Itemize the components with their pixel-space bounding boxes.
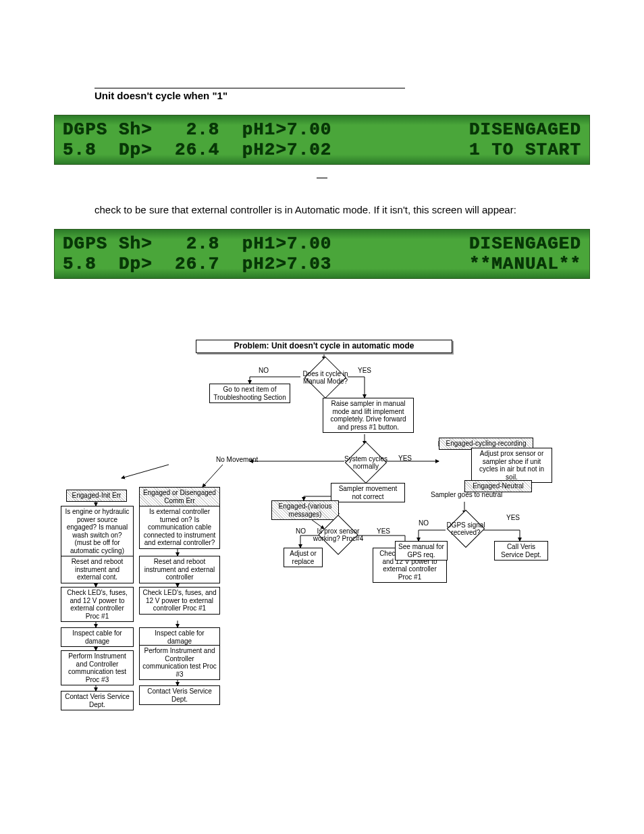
check-led-2-box: Check LED's, fuses, and 12 V power to ex…: [139, 587, 220, 615]
label-yes: YES: [358, 367, 371, 375]
decision-cycle-manual: Does it cycle in Manual Mode?: [304, 357, 346, 398]
sampler-not-correct-box: Sampler movement not correct: [331, 483, 405, 502]
reset-reboot-ctrl-box: Reset and reboot instrument and external…: [139, 556, 220, 583]
engaged-comm-box: Engaged or Disengaged Comm Err: [139, 487, 220, 506]
inspect-cable-2-box: Inspect cable for damage: [139, 627, 220, 647]
goto-next-box: Go to next item of Troubleshooting Secti…: [209, 384, 290, 403]
contact-veris-1-box: Contact Veris Service Dept.: [61, 691, 134, 710]
adjust-prox-air-box: Adjust prox sensor or sampler shoe if un…: [471, 448, 552, 483]
lcd-screen-2: DGPS Sh> 2.8 pH1>7.00 5.8 Dp> 26.7 pH2>7…: [54, 229, 590, 279]
inspect-cable-1-box: Inspect cable for damage: [61, 627, 134, 647]
label-no-prox: NO: [296, 527, 306, 536]
dash-separator: —: [54, 172, 590, 184]
raise-sampler-box: Raise sampler in manual mode and lift im…: [323, 398, 414, 433]
decision-prox-sensor: Is prox sensor working? Proc#4: [318, 515, 358, 554]
lcd2-line1: DGPS Sh> 2.8 pH1>7.00: [63, 234, 331, 254]
sampler-neutral-label: Sampler goes to neutral: [431, 491, 525, 499]
call-veris-box: Call Veris Service Dept.: [494, 541, 548, 561]
title-rule: Unit doesn't cycle when "1": [95, 88, 405, 101]
lcd1-status2: 1 TO START: [469, 140, 581, 160]
label-yes-dgps: YES: [506, 514, 520, 522]
engaged-init-box: Engaged-Init Err: [66, 490, 127, 502]
body-text: check to be sure that external controlle…: [95, 204, 590, 215]
flowchart: Problem: Unit doesn't cycle in automatic…: [54, 340, 594, 731]
lcd2-status2: **MANUAL**: [469, 254, 581, 274]
lcd1-line1: DGPS Sh> 2.8 pH1>7.00: [63, 120, 331, 140]
decision-system-cycles: System cycles normally: [345, 442, 387, 484]
decision-dgps: DGPS signal received?: [447, 510, 485, 548]
reset-reboot-ext-box: Reset and reboot instrument and external…: [61, 556, 134, 583]
perform-test-1-box: Perform Instrument and Controller commun…: [61, 650, 134, 685]
lcd1-line2: 5.8 Dp> 26.4 pH2>7.02: [63, 140, 331, 160]
check-led-1-box: Check LED's, fuses, and 12 V power to ex…: [61, 587, 134, 622]
label-no: NO: [259, 367, 269, 375]
is-engine-box: Is engine or hydraulic power source enga…: [61, 506, 134, 556]
section-title: Unit doesn't cycle when "1": [95, 88, 405, 101]
engaged-neutral-box: Engaged-Neutral: [464, 480, 532, 492]
lcd2-line2: 5.8 Dp> 26.7 pH2>7.03: [63, 254, 331, 274]
perform-test-2-box: Perform Instrument and Controller commun…: [139, 645, 220, 680]
label-yes-2: YES: [398, 454, 412, 463]
lcd-screen-1: DGPS Sh> 2.8 pH1>7.00 5.8 Dp> 26.4 pH2>7…: [54, 115, 590, 165]
label-no-movement: No Movement: [216, 456, 258, 464]
is-ext-ctrl-box: Is external controller turned on? Is com…: [139, 506, 220, 549]
label-yes-prox: YES: [377, 527, 390, 536]
contact-veris-2-box: Contact Veris Service Dept.: [139, 685, 220, 705]
label-no-dgps: NO: [419, 519, 429, 527]
adjust-replace-box: Adjust or replace: [284, 548, 323, 567]
lcd2-status1: DISENGAGED: [469, 234, 581, 254]
lcd1-status1: DISENGAGED: [469, 120, 581, 140]
see-manual-box: See manual for GPS req.: [395, 541, 448, 561]
